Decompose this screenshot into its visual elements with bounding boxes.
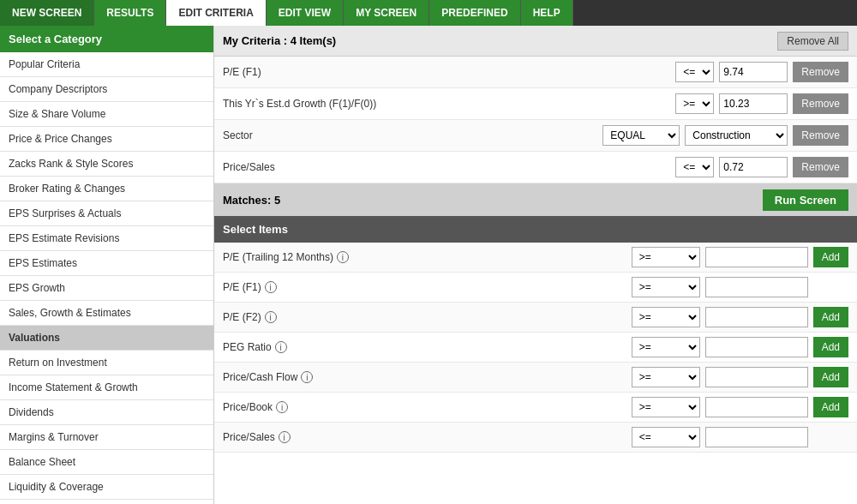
sidebar-header: Select a Category	[0, 26, 213, 52]
sidebar-item-liquidity-coverage[interactable]: Liquidity & Coverage	[0, 475, 213, 500]
sidebar-item-company-descriptors[interactable]: Company Descriptors	[0, 77, 213, 102]
sidebar-item-eps-growth[interactable]: EPS Growth	[0, 276, 213, 301]
criteria-remove-price-sales[interactable]: Remove	[793, 157, 848, 177]
sidebar-item-margins-turnover[interactable]: Margins & Turnover	[0, 425, 213, 450]
sidebar-item-popular-criteria[interactable]: Popular Criteria	[0, 52, 213, 77]
criteria-remove-growth[interactable]: Remove	[793, 93, 848, 114]
sidebar-item-income-statement[interactable]: Income Statement & Growth	[0, 375, 213, 400]
nav-results[interactable]: RESULTS	[94, 0, 166, 26]
select-operator-peg-ratio[interactable]: >=<==	[632, 337, 700, 357]
add-price-cash-flow-button[interactable]: Add	[813, 367, 848, 387]
select-label-price-book: Price/Book i	[223, 401, 632, 413]
matches-bar: Matches: 5 Run Screen	[214, 183, 857, 216]
sidebar-item-dividends[interactable]: Dividends	[0, 400, 213, 425]
select-controls-pe-trailing: >=<== Add	[632, 247, 848, 267]
select-items-header: Select Items	[214, 216, 857, 243]
criteria-value-pe-f1[interactable]	[719, 62, 788, 82]
select-value-price-book[interactable]	[705, 397, 808, 417]
matches-text: Matches: 5	[223, 194, 280, 207]
select-value-pe-f2[interactable]	[705, 307, 808, 327]
criteria-label-pe-f1: P/E (F1)	[223, 66, 675, 78]
criteria-operator-growth[interactable]: >=<==	[675, 93, 714, 114]
criteria-row-growth: This Yr`s Est.d Growth (F(1)/F(0)) >=<==…	[214, 88, 857, 120]
select-row-peg-ratio: PEG Ratio i >=<== Add	[214, 333, 857, 363]
sidebar-item-eps-estimate-revisions[interactable]: EPS Estimate Revisions	[0, 226, 213, 251]
nav-help[interactable]: HELP	[521, 0, 573, 26]
select-controls-pe-f2: >=<== Add	[632, 307, 848, 327]
add-price-book-button[interactable]: Add	[813, 397, 848, 417]
select-operator-price-sales-item[interactable]: <=>==	[632, 427, 700, 447]
select-value-pe-f1-item[interactable]	[705, 277, 808, 297]
select-row-pe-trailing: P/E (Trailing 12 Months) i >=<== Add	[214, 243, 857, 273]
select-row-pe-f1: P/E (F1) i >=<== Add	[214, 273, 857, 303]
criteria-controls-sector: EQUALNOT EQUAL ConstructionTechnologyFin…	[602, 125, 848, 146]
select-controls-price-book: >=<== Add	[632, 397, 848, 417]
nav-new-screen[interactable]: NEW SCREEN	[0, 0, 94, 26]
criteria-header: My Criteria : 4 Item(s) Remove All	[214, 26, 857, 57]
criteria-value-price-sales[interactable]	[719, 157, 788, 177]
sidebar-item-balance-sheet[interactable]: Balance Sheet	[0, 450, 213, 475]
nav-edit-criteria[interactable]: EDIT CRITERIA	[166, 0, 266, 26]
sidebar-item-eps-surprises[interactable]: EPS Surprises & Actuals	[0, 201, 213, 226]
select-row-price-sales-item: Price/Sales i <=>== Add	[214, 423, 857, 453]
criteria-row-sector: Sector EQUALNOT EQUAL ConstructionTechno…	[214, 120, 857, 152]
select-operator-price-book[interactable]: >=<==	[632, 397, 700, 417]
remove-all-button[interactable]: Remove All	[777, 32, 848, 51]
run-screen-button[interactable]: Run Screen	[763, 189, 848, 211]
criteria-operator-price-sales[interactable]: <=>==	[675, 157, 714, 177]
nav-edit-view[interactable]: EDIT VIEW	[267, 0, 344, 26]
select-label-peg-ratio: PEG Ratio i	[223, 341, 632, 353]
select-label-pe-f2: P/E (F2) i	[223, 311, 632, 323]
select-value-peg-ratio[interactable]	[705, 337, 808, 357]
select-row-pe-f2: P/E (F2) i >=<== Add	[214, 303, 857, 333]
select-value-price-cash-flow[interactable]	[705, 367, 808, 387]
sidebar-item-eps-estimates[interactable]: EPS Estimates	[0, 251, 213, 276]
criteria-remove-sector[interactable]: Remove	[793, 125, 848, 146]
top-nav: NEW SCREEN RESULTS EDIT CRITERIA EDIT VI…	[0, 0, 857, 26]
sidebar-item-size-share-volume[interactable]: Size & Share Volume	[0, 102, 213, 127]
main-layout: Select a Category Popular Criteria Compa…	[0, 26, 857, 504]
criteria-remove-pe-f1[interactable]: Remove	[793, 62, 848, 82]
select-operator-price-cash-flow[interactable]: >=<==	[632, 367, 700, 387]
criteria-label-sector: Sector	[223, 129, 602, 141]
criteria-row-pe-f1: P/E (F1) <=>== Remove	[214, 57, 857, 88]
select-operator-pe-f2[interactable]: >=<==	[632, 307, 700, 327]
info-icon-price-book[interactable]: i	[276, 401, 288, 413]
add-pe-trailing-button[interactable]: Add	[813, 247, 848, 267]
sidebar-item-broker-rating[interactable]: Broker Rating & Changes	[0, 177, 213, 201]
select-operator-pe-trailing[interactable]: >=<==	[632, 247, 700, 267]
nav-predefined[interactable]: PREDEFINED	[429, 0, 520, 26]
select-operator-pe-f1-item[interactable]: >=<==	[632, 277, 700, 297]
criteria-controls-growth: >=<== Remove	[675, 93, 848, 114]
select-controls-pe-f1-item: >=<== Add	[632, 277, 848, 297]
nav-my-screen[interactable]: MY SCREEN	[344, 0, 429, 26]
info-icon-peg-ratio[interactable]: i	[275, 341, 287, 353]
info-icon-pe-f2[interactable]: i	[265, 311, 277, 323]
select-value-price-sales-item[interactable]	[705, 427, 808, 447]
add-peg-ratio-button[interactable]: Add	[813, 337, 848, 357]
sidebar-item-valuations[interactable]: Valuations	[0, 326, 213, 351]
criteria-label-price-sales: Price/Sales	[223, 161, 675, 173]
criteria-operator-sector[interactable]: EQUALNOT EQUAL	[602, 125, 680, 146]
add-pe-f2-button[interactable]: Add	[813, 307, 848, 327]
criteria-sector-value[interactable]: ConstructionTechnologyFinanceHealthcare	[685, 125, 788, 146]
criteria-operator-pe-f1[interactable]: <=>==	[675, 62, 714, 82]
criteria-value-growth[interactable]	[719, 93, 788, 114]
info-icon-price-sales-item[interactable]: i	[279, 431, 291, 443]
info-icon-pe-trailing[interactable]: i	[337, 251, 349, 263]
select-label-price-sales-item: Price/Sales i	[223, 431, 632, 443]
content-area: My Criteria : 4 Item(s) Remove All P/E (…	[214, 26, 857, 504]
info-icon-price-cash-flow[interactable]: i	[301, 371, 313, 383]
criteria-title: My Criteria : 4 Item(s)	[223, 34, 336, 47]
sidebar-item-sales-growth[interactable]: Sales, Growth & Estimates	[0, 301, 213, 326]
select-controls-price-cash-flow: >=<== Add	[632, 367, 848, 387]
sidebar-item-price-changes[interactable]: Price & Price Changes	[0, 127, 213, 152]
criteria-label-growth: This Yr`s Est.d Growth (F(1)/F(0))	[223, 98, 675, 110]
select-value-pe-trailing[interactable]	[705, 247, 808, 267]
select-controls-peg-ratio: >=<== Add	[632, 337, 848, 357]
sidebar-item-return-on-investment[interactable]: Return on Investment	[0, 351, 213, 375]
select-label-price-cash-flow: Price/Cash Flow i	[223, 371, 632, 383]
sidebar-item-zacks-rank[interactable]: Zacks Rank & Style Scores	[0, 152, 213, 177]
criteria-controls-price-sales: <=>== Remove	[675, 157, 848, 177]
info-icon-pe-f1[interactable]: i	[265, 281, 277, 293]
